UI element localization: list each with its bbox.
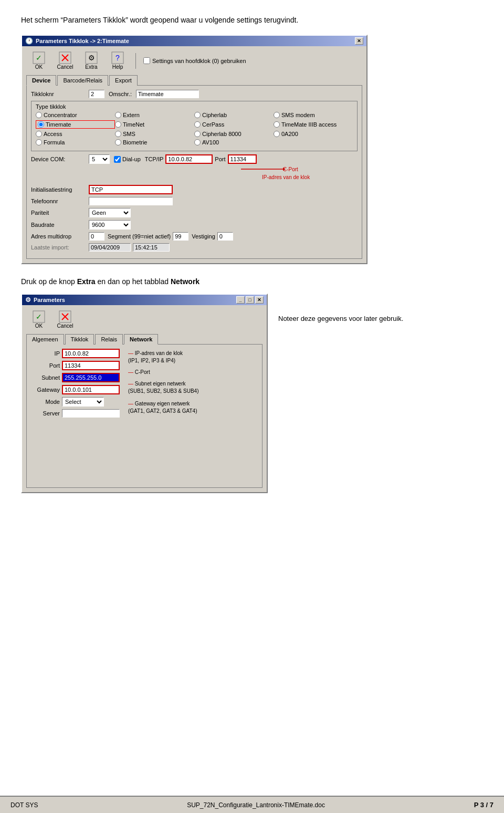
bottom-bar: DOT SYS SUP_72N_Configuratie_Lantronix-T… (0, 796, 504, 813)
dialog2-ok-button[interactable]: ✓ OK (28, 310, 49, 329)
tikkloknr-label: Tikkloknr (31, 91, 89, 97)
tab-algemeen[interactable]: Algemeen (26, 334, 64, 345)
tikkloknr-input[interactable] (89, 90, 104, 98)
dialog1-close-btn[interactable]: ✕ (355, 37, 363, 45)
note-text: Noteer deze gegevens voor later gebruik. (278, 315, 403, 322)
cancel-button[interactable]: Cancel (55, 51, 76, 70)
dialog1-tab-content: Tikkloknr Omschr.: Type tikklok Concentr… (26, 85, 362, 259)
dialog1-titlebar-left: 🕐 Parameters Tikklok -> 2:Timemate (25, 37, 129, 45)
svg-text:⚙: ⚙ (88, 54, 95, 62)
net-subnet-label: Subnet (31, 374, 60, 381)
radio-extern: Extern (115, 112, 194, 118)
tab-device[interactable]: Device (26, 75, 56, 86)
segment-input[interactable] (173, 232, 188, 241)
dialog2-body: ✓ OK Cancel (22, 305, 267, 492)
dialog1-tabs: Device Barcode/Relais Export (26, 75, 362, 86)
init-input[interactable] (89, 185, 173, 194)
adres-input[interactable] (89, 232, 104, 241)
tcpip-label: TCP/IP (145, 156, 163, 162)
telefoon-row: Telefoonnr (31, 197, 358, 205)
dialog2-close-btn[interactable]: ✕ (255, 296, 264, 304)
net-subnet-input[interactable] (62, 373, 120, 382)
net-server-row: Server (31, 409, 120, 418)
extra-label: Extra (85, 64, 97, 70)
dialog2-toolbar: ✓ OK Cancel (26, 309, 262, 330)
dialup-label: Dial-up (122, 156, 141, 162)
laatste-label: Laatste import: (31, 244, 89, 251)
net-ip-row: IP (31, 349, 120, 358)
gateway-annotation: — Gateway eigen netwerk(GAT1, GAT2, GAT3… (128, 400, 258, 415)
ip-adres-label: IP-adres van de klok (262, 174, 310, 180)
extra-icon: ⚙ (85, 51, 98, 64)
dialog2-max-btn[interactable]: □ (246, 296, 254, 304)
subnet-annot-text: Subnet eigen netwerk(SUB1, SUB2, SUB3 & … (128, 381, 199, 394)
radio-cerpass: CerPass (194, 120, 274, 129)
dialog2-cancel-label: Cancel (57, 323, 73, 329)
ip-annotation: — IP-adres van de klok(IP1, IP2, IP3 & I… (128, 350, 258, 364)
net-server-input[interactable] (62, 409, 120, 418)
adres-label: Adres multidrop (31, 233, 89, 239)
cancel-label: Cancel (57, 64, 73, 70)
ip-input[interactable] (165, 154, 213, 164)
dialup-checkbox[interactable] (114, 156, 121, 163)
init-label: Initialisatiestring (31, 186, 89, 193)
net-gateway-input[interactable] (62, 385, 120, 394)
settings-checkbox[interactable] (143, 57, 150, 64)
network-content: IP Port Subnet (31, 349, 258, 420)
dialog2-cancel-button[interactable]: Cancel (55, 310, 76, 329)
tab-tikklok[interactable]: Tikklok (65, 334, 94, 345)
dialog1-toolbar: ✓ OK Cancel (26, 50, 362, 71)
extra-button[interactable]: ⚙ Extra (81, 51, 102, 70)
port-input[interactable] (228, 154, 257, 164)
dialog2-controls: _ □ ✕ (236, 296, 264, 304)
cancel-icon (59, 51, 71, 64)
tab-export[interactable]: Export (109, 75, 138, 86)
net-gateway-label: Gateway (31, 387, 60, 393)
net-port-row: Port (31, 361, 120, 370)
dialog1-titlebar: 🕐 Parameters Tikklok -> 2:Timemate ✕ (22, 36, 366, 46)
ok-label: OK (35, 64, 43, 70)
tab-barcode[interactable]: Barcode/Relais (57, 75, 108, 86)
baudrate-select[interactable]: 9600 (89, 220, 131, 230)
gateway-annot-line: — (128, 401, 133, 407)
radio-timemate3b: TimeMate IIIB access (274, 120, 353, 129)
net-ip-input[interactable] (62, 349, 120, 358)
vestiging-input[interactable] (217, 232, 233, 241)
network-form: IP Port Subnet (31, 349, 120, 420)
radio-0a200: 0A200 (274, 131, 353, 137)
net-ip-label: IP (31, 350, 60, 357)
dialog2-min-btn[interactable]: _ (236, 296, 245, 304)
dialog2-tabs: Algemeen Tikklok Relais Network (26, 334, 262, 345)
net-port-input[interactable] (62, 361, 120, 370)
radio-biometrie: Biometrie (115, 139, 194, 145)
ok-icon: ✓ (33, 51, 45, 64)
radio-formula: Formula (36, 139, 115, 145)
net-subnet-row: Subnet (31, 373, 120, 382)
dialog2-titlebar-left: ⚙ Parameters (25, 296, 65, 304)
tab-relais[interactable]: Relais (95, 334, 123, 345)
adres-row: Adres multidrop Segment (99=niet actief)… (31, 232, 358, 241)
pariteit-select[interactable]: Geen (89, 208, 131, 217)
port-annot-text: C-Port (135, 369, 150, 375)
settings-checkbox-label: Settings van hoofdklok (0) gebruiken (152, 58, 246, 64)
ok-button[interactable]: ✓ OK (28, 51, 49, 70)
dialog2-tab-content: IP Port Subnet (26, 344, 262, 488)
net-mode-select[interactable]: Select (62, 397, 104, 407)
footer-left-section: DOT SYS (10, 801, 38, 809)
footer-center: SUP_72N_Configuratie_Lantronix-TIMEmate.… (187, 801, 325, 809)
omschr-input[interactable] (136, 90, 199, 98)
radio-cipherlab: Cipherlab (194, 112, 274, 118)
pariteit-label: Pariteit (31, 210, 89, 216)
footer-center-section: SUP_72N_Configuratie_Lantronix-TIMEmate.… (187, 801, 325, 809)
tab-network[interactable]: Network (124, 334, 158, 345)
laatste-row: Laatste import: (31, 243, 358, 252)
device-com-select[interactable]: 5 (89, 154, 110, 164)
telefoon-input[interactable] (89, 197, 173, 205)
dialog2-title: Parameters (34, 297, 65, 303)
subnet-annotation: — Subnet eigen netwerk(SUB1, SUB2, SUB3 … (128, 380, 258, 395)
svg-text:✓: ✓ (36, 312, 42, 321)
help-button[interactable]: ? Help (107, 51, 128, 70)
vestiging-label: Vestiging (192, 233, 215, 239)
radio-sms: SMS (115, 131, 194, 137)
baudrate-label: Baudrate (31, 222, 89, 228)
